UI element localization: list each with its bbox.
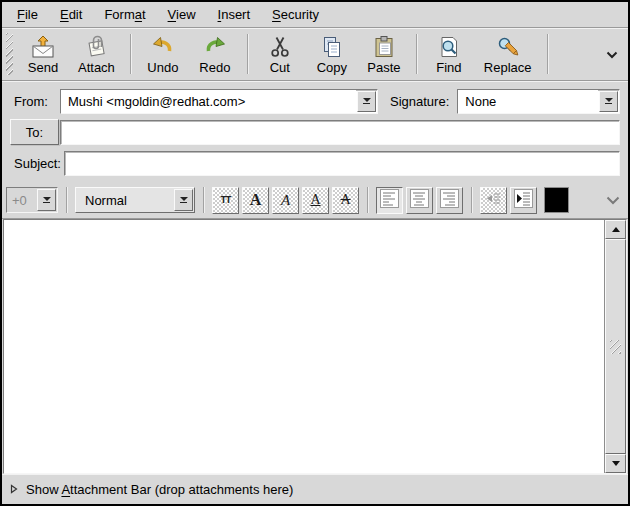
scrollbar-grip — [610, 340, 621, 354]
send-button[interactable]: Send — [17, 31, 69, 77]
chevron-down-icon — [606, 191, 620, 209]
font-size-value: +0 — [7, 188, 36, 212]
attach-icon — [84, 35, 108, 59]
indent-icon — [514, 189, 533, 211]
from-value: Mushi <mgoldin@redhat.com> — [61, 90, 356, 113]
copy-icon — [320, 35, 344, 59]
attachment-bar-expander[interactable]: Show Attachment Bar (drop attachments he… — [2, 474, 628, 504]
toolbar-overflow-button[interactable] — [602, 45, 622, 63]
from-dropdown[interactable]: Mushi <mgoldin@redhat.com> — [60, 89, 378, 114]
format-separator — [66, 187, 67, 213]
arrow-down-icon — [612, 461, 620, 466]
to-button[interactable]: To: — [10, 119, 59, 145]
from-row: From: Mushi <mgoldin@redhat.com> Signatu… — [10, 88, 620, 114]
attach-button[interactable]: Attach — [69, 31, 124, 77]
font-size-dropdown[interactable]: +0 — [6, 187, 58, 213]
attachment-bar-label: Show Attachment Bar (drop attachments he… — [26, 482, 293, 497]
arrow-down-icon — [605, 98, 613, 102]
italic-toggle-button[interactable]: A — [272, 187, 299, 214]
indent-button[interactable] — [510, 187, 537, 214]
message-body-editor[interactable] — [4, 220, 605, 473]
text-color-swatch[interactable] — [544, 187, 569, 213]
scroll-down-button[interactable] — [605, 454, 626, 473]
bold-icon: A — [250, 191, 262, 209]
copy-label: Copy — [317, 60, 347, 75]
replace-button[interactable]: Replace — [475, 31, 541, 77]
strikethrough-toggle-button[interactable]: A — [332, 187, 359, 214]
send-icon — [31, 35, 55, 59]
paragraph-style-dropdown[interactable]: Normal — [75, 187, 195, 213]
subject-row: Subject: — [10, 150, 620, 176]
align-center-icon — [410, 189, 429, 211]
menu-format[interactable]: Format — [93, 3, 156, 26]
undo-button[interactable]: Undo — [137, 31, 189, 77]
message-body-area — [3, 219, 627, 474]
unindent-icon — [484, 189, 503, 211]
undo-label: Undo — [147, 60, 178, 75]
format-overflow-button[interactable] — [606, 191, 622, 209]
format-toolbar: +0 Normal TT A A A A — [2, 182, 628, 219]
cut-icon — [268, 35, 292, 59]
paste-icon — [372, 35, 396, 59]
undo-icon — [151, 35, 175, 59]
from-label: From: — [10, 94, 60, 109]
paragraph-style-dropdown-arrow[interactable] — [174, 189, 193, 211]
cut-button[interactable]: Cut — [254, 31, 306, 77]
copy-button[interactable]: Copy — [306, 31, 358, 77]
signature-dropdown[interactable]: None — [457, 89, 620, 114]
toolbar-separator — [130, 34, 131, 74]
bold-toggle-button[interactable]: A — [242, 187, 269, 214]
replace-label: Replace — [484, 60, 532, 75]
paste-button[interactable]: Paste — [358, 31, 410, 77]
toolbar-separator — [247, 34, 248, 74]
menu-bar: File Edit Format View Insert Security — [2, 2, 628, 28]
main-toolbar: Send Attach Undo Redo Cut — [2, 28, 628, 81]
menu-security[interactable]: Security — [261, 3, 330, 26]
cut-label: Cut — [270, 60, 290, 75]
menu-edit[interactable]: Edit — [49, 3, 93, 26]
redo-button[interactable]: Redo — [189, 31, 241, 77]
chevron-down-icon — [606, 45, 618, 63]
strikethrough-icon: A — [340, 192, 350, 208]
menu-view[interactable]: View — [157, 3, 207, 26]
subject-label: Subject: — [10, 156, 64, 171]
from-dropdown-arrow[interactable] — [357, 91, 376, 112]
underline-toggle-button[interactable]: A — [302, 187, 329, 214]
unindent-button[interactable] — [480, 187, 507, 214]
signature-label: Signature: — [390, 94, 449, 109]
align-right-button[interactable] — [436, 187, 463, 214]
align-left-button[interactable] — [376, 187, 403, 214]
align-right-icon — [440, 189, 459, 211]
scroll-up-button[interactable] — [605, 220, 626, 239]
format-separator — [367, 187, 368, 213]
font-size-dropdown-arrow[interactable] — [37, 189, 56, 211]
to-input[interactable] — [60, 120, 620, 145]
redo-icon — [203, 35, 227, 59]
arrow-down-icon — [363, 98, 371, 102]
subject-input[interactable] — [64, 151, 620, 176]
message-headers: From: Mushi <mgoldin@redhat.com> Signatu… — [2, 81, 628, 182]
arrow-up-icon — [612, 227, 620, 232]
attach-label: Attach — [78, 60, 115, 75]
arrow-down-icon — [43, 197, 51, 201]
align-left-icon — [380, 189, 399, 211]
format-separator — [471, 187, 472, 213]
replace-icon — [496, 35, 520, 59]
format-separator — [203, 187, 204, 213]
menu-file[interactable]: File — [6, 3, 49, 26]
find-button[interactable]: Find — [423, 31, 475, 77]
toolbar-grip[interactable] — [6, 33, 13, 75]
signature-dropdown-arrow[interactable] — [599, 91, 618, 112]
toolbar-separator — [416, 34, 417, 74]
body-scrollbar[interactable] — [605, 220, 626, 473]
paragraph-style-value: Normal — [76, 188, 173, 212]
typewriter-toggle-button[interactable]: TT — [212, 187, 239, 214]
arrow-down-icon — [180, 197, 188, 201]
menu-insert[interactable]: Insert — [207, 3, 262, 26]
redo-label: Redo — [199, 60, 230, 75]
paste-label: Paste — [367, 60, 400, 75]
scrollbar-thumb[interactable] — [605, 239, 626, 454]
compose-mail-window: File Edit Format View Insert Security Se… — [0, 0, 630, 506]
expander-triangle-icon — [10, 482, 18, 497]
align-center-button[interactable] — [406, 187, 433, 214]
